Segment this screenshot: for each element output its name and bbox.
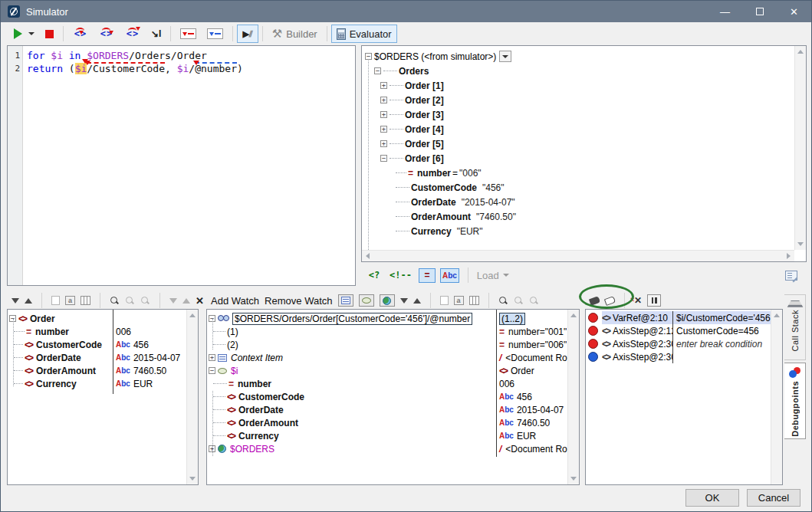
- watch-row[interactable]: number006: [207, 377, 579, 390]
- result-pane[interactable]: −Order number006 CustomerCode456 OrderDa…: [7, 309, 199, 485]
- collapse-icon[interactable]: −: [209, 367, 215, 374]
- watch-row[interactable]: (2)number="006": [207, 338, 579, 351]
- tree-row[interactable]: CustomerCode"456": [365, 180, 794, 195]
- tree-row[interactable]: CustomerCode456: [8, 338, 198, 351]
- tree-row[interactable]: CurrencyEUR: [8, 377, 198, 390]
- tab-call-stack[interactable]: Call Stack: [784, 294, 806, 360]
- tree-row[interactable]: Currency"EUR": [365, 224, 794, 238]
- debugpoint-row[interactable]: AxisStep@2:12CustomerCode=456: [586, 324, 782, 337]
- tree-root-row[interactable]: −$ORDERS (<from simulator>): [365, 49, 794, 64]
- tree-row[interactable]: OrderDate2015-04-07: [8, 351, 198, 364]
- minimize-button[interactable]: —: [708, 1, 742, 22]
- expand-icon[interactable]: +: [380, 82, 387, 89]
- debugpoint-row[interactable]: AxisStep@2:30enter break condition: [586, 337, 782, 350]
- watch-row[interactable]: +Context Item<Document Root>: [207, 351, 579, 364]
- show-watches-toggle[interactable]: [338, 294, 353, 307]
- evaluator-button[interactable]: Evaluator: [331, 25, 397, 43]
- cancel-button[interactable]: Cancel: [747, 489, 800, 507]
- watch-row[interactable]: +$ORDERS<Document Root>: [207, 442, 579, 455]
- step-out-button[interactable]: <>: [94, 25, 120, 43]
- trace-toggle-button[interactable]: ▶⫽: [237, 25, 258, 43]
- step-into-button[interactable]: <>: [67, 25, 94, 43]
- tree-row[interactable]: −Order: [8, 312, 198, 325]
- vertical-scrollbar[interactable]: [794, 46, 806, 250]
- show-names-icon[interactable]: a: [454, 296, 464, 305]
- show-comments-toggle[interactable]: <!--: [387, 268, 414, 283]
- expand-icon[interactable]: +: [380, 140, 387, 147]
- watch-row[interactable]: −$ORDERS/Orders/Order[CustomerCode='456'…: [207, 312, 579, 325]
- debugpoints-pane[interactable]: VarRef@2:10$i/CustomerCode='456' AxisSte…: [585, 309, 783, 485]
- source-tree-pane[interactable]: −$ORDERS (<from simulator>) −Orders +Ord…: [361, 45, 807, 262]
- expand-icon[interactable]: +: [380, 111, 387, 118]
- tab-debugpoints[interactable]: Debugpoints: [784, 363, 806, 439]
- expand-icon[interactable]: +: [380, 126, 387, 133]
- watch-pane[interactable]: −$ORDERS/Orders/Order[CustomerCode='456'…: [206, 309, 580, 485]
- load-dropdown[interactable]: Load: [477, 270, 509, 281]
- collapse-icon[interactable]: −: [365, 53, 372, 60]
- search-next-icon[interactable]: [125, 296, 135, 306]
- tree-row[interactable]: +Order [1]: [365, 78, 794, 93]
- tree-row[interactable]: −Order [6]: [365, 151, 794, 166]
- title-bar[interactable]: Simulator — ✕: [1, 1, 811, 22]
- pause-toggle[interactable]: [647, 294, 661, 307]
- code-line-1[interactable]: for $i in $ORDERS/Orders/Order: [27, 49, 243, 62]
- clear-icon[interactable]: ✕: [196, 295, 204, 307]
- search-icon[interactable]: [498, 296, 508, 306]
- expand-icon[interactable]: +: [209, 354, 215, 361]
- vertical-scrollbar[interactable]: [567, 310, 579, 484]
- tree-row[interactable]: +Order [5]: [365, 136, 794, 151]
- watch-row[interactable]: CurrencyEUR: [207, 429, 579, 442]
- watch-row[interactable]: OrderAmount7460.50: [207, 416, 579, 429]
- run-button[interactable]: [8, 25, 40, 43]
- tree-row[interactable]: OrderAmount"7460.50": [365, 209, 794, 224]
- code-line-2[interactable]: return ($i/CustomerCode, $i/@number): [27, 62, 243, 75]
- columns-icon[interactable]: [81, 296, 90, 305]
- stop-button[interactable]: [40, 25, 59, 43]
- search-next-icon[interactable]: [514, 296, 524, 306]
- step-over-button[interactable]: <>: [120, 25, 146, 43]
- collapse-icon[interactable]: −: [374, 67, 381, 74]
- add-watch-button[interactable]: Add Watch: [211, 295, 259, 307]
- watch-row[interactable]: −$iOrder: [207, 364, 579, 377]
- show-pi-toggle[interactable]: <?: [366, 268, 383, 283]
- show-attributes-toggle[interactable]: =: [419, 268, 436, 283]
- debugpoint-row[interactable]: VarRef@2:10$i/CustomerCode='456': [586, 311, 782, 324]
- edit-source-icon[interactable]: [785, 271, 797, 281]
- run-dropdown-icon[interactable]: [28, 32, 35, 35]
- move-up-icon[interactable]: [182, 298, 190, 304]
- tree-row[interactable]: number="006": [365, 166, 794, 180]
- show-variables-toggle[interactable]: [359, 294, 374, 307]
- insert-tracepoint-button[interactable]: [202, 25, 228, 43]
- tree-row[interactable]: −Orders: [365, 64, 794, 78]
- breakpoint-tag-icon[interactable]: [589, 296, 600, 306]
- search-prev-icon[interactable]: [529, 296, 539, 306]
- delete-debugpoint-icon[interactable]: ✕: [634, 295, 642, 306]
- watch-row[interactable]: OrderDate2015-04-07: [207, 403, 579, 416]
- tracepoint-dot-icon[interactable]: [588, 352, 598, 362]
- horizontal-scrollbar[interactable]: [362, 250, 794, 261]
- breakpoint-dot-icon[interactable]: [588, 339, 598, 349]
- breakpoint-dot-icon[interactable]: [588, 326, 598, 336]
- insert-breakpoint-button[interactable]: [175, 25, 202, 43]
- tree-row[interactable]: +Order [2]: [365, 93, 794, 107]
- builder-button[interactable]: ⚒Builder: [267, 25, 323, 43]
- vertical-scrollbar[interactable]: [771, 310, 782, 484]
- breakpoint-dot-icon[interactable]: [588, 313, 598, 323]
- xquery-editor[interactable]: 1 2 for $i in $ORDERS/Orders/Order retur…: [7, 45, 356, 286]
- prev-icon[interactable]: [413, 298, 421, 304]
- copy-icon[interactable]: [440, 296, 449, 305]
- search-icon[interactable]: [110, 296, 120, 306]
- source-select-dropdown[interactable]: [499, 51, 511, 62]
- next-icon[interactable]: [400, 298, 408, 304]
- remove-watch-button[interactable]: Remove Watch: [265, 295, 332, 307]
- tree-row[interactable]: OrderDate"2015-04-07": [365, 195, 794, 209]
- show-text-toggle[interactable]: [440, 268, 459, 283]
- copy-icon[interactable]: [51, 296, 60, 305]
- show-names-icon[interactable]: a: [65, 296, 75, 305]
- columns-icon[interactable]: [469, 296, 479, 305]
- move-down-icon[interactable]: [169, 298, 177, 304]
- collapse-icon[interactable]: −: [380, 155, 387, 162]
- tree-row[interactable]: OrderAmount7460.50: [8, 364, 198, 377]
- watch-row[interactable]: (1)number="001": [207, 325, 579, 338]
- prev-result-icon[interactable]: [25, 298, 32, 304]
